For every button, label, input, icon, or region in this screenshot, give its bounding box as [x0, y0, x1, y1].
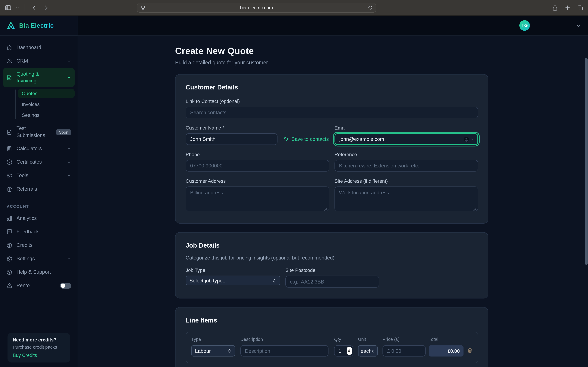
page-icon[interactable]	[141, 5, 146, 10]
job-details-card: Job Details Categorize this job for pric…	[175, 232, 488, 298]
sidebar-subitem-quotes[interactable]: Quotes	[18, 89, 75, 98]
phone-label: Phone	[186, 152, 329, 157]
file-icon	[6, 129, 12, 135]
sidebar-item-tools[interactable]: Tools	[3, 169, 75, 182]
chevron-up-icon	[67, 75, 71, 80]
reload-icon[interactable]	[368, 5, 373, 10]
sidebar-item-crm[interactable]: CRM	[3, 54, 75, 68]
site-postcode-input[interactable]	[285, 275, 379, 287]
gear-icon	[6, 256, 12, 262]
chevron-down-icon	[67, 59, 71, 63]
sidebar-subitem-settings[interactable]: Settings	[18, 111, 75, 120]
dollar-circle-icon	[6, 242, 12, 248]
reference-label: Reference	[334, 152, 478, 157]
job-type-select[interactable]: Select job type...	[186, 275, 280, 285]
line-item-row-container: Type Labour Description	[186, 332, 478, 363]
url-bar[interactable]: bia-electric.com	[137, 3, 376, 13]
item-description-input[interactable]	[240, 345, 329, 357]
avatar[interactable]: TG	[519, 20, 530, 31]
toolbar-chevron-down-icon[interactable]	[15, 6, 19, 10]
new-tab-icon[interactable]	[564, 4, 571, 11]
customer-details-title: Customer Details	[186, 84, 478, 92]
chevron-down-icon	[67, 257, 71, 261]
top-header-bar: TG	[78, 16, 588, 36]
sidebar: Bia Electric Dashboard CRM Quoting & Inv…	[0, 16, 78, 367]
sidebar-item-certificates[interactable]: Certificates	[3, 155, 75, 169]
url-text: bia-electric.com	[137, 5, 376, 10]
file-text-icon	[6, 75, 12, 81]
resize-grip-icon[interactable]	[324, 208, 327, 211]
email-input[interactable]	[334, 133, 478, 145]
item-type-select[interactable]: Labour	[191, 345, 235, 357]
gear-icon	[6, 173, 12, 179]
home-icon	[6, 44, 12, 50]
chevron-down-icon	[67, 160, 71, 164]
sidebar-item-calculators[interactable]: Calculators	[3, 142, 75, 155]
sidebar-toggle-icon[interactable]	[4, 4, 12, 11]
site-address-label: Site Address (if different)	[334, 178, 478, 184]
sidebar-item-help-support[interactable]: Help & Support	[3, 266, 75, 279]
user-plus-icon	[283, 136, 289, 142]
page-subtitle: Build a detailed quote for your customer	[175, 59, 488, 66]
col-header-price: Price (£)	[383, 337, 426, 342]
header-chevron-down-icon[interactable]	[576, 23, 581, 28]
item-total-value: £0.00	[429, 345, 464, 357]
credits-upsell-card: Need more credits? Purchase credit packs…	[8, 333, 70, 362]
brand-header[interactable]: Bia Electric	[0, 16, 78, 36]
job-details-title: Job Details	[186, 242, 478, 250]
credits-card-subtitle: Purchase credit packs	[13, 344, 65, 350]
message-icon	[6, 229, 12, 235]
back-button-icon[interactable]	[31, 4, 37, 11]
delete-item-trash-icon[interactable]	[467, 348, 472, 353]
badge-check-icon	[6, 159, 12, 165]
toolbar-divider	[24, 4, 24, 11]
site-address-textarea[interactable]	[334, 187, 478, 211]
phone-input[interactable]	[186, 160, 329, 172]
col-header-description: Description	[240, 337, 329, 342]
qty-stepper[interactable]	[347, 347, 352, 355]
select-chevrons-icon	[272, 278, 277, 283]
browser-toolbar: bia-electric.com	[0, 0, 588, 16]
save-to-contacts-link[interactable]: Save to contacts	[283, 136, 329, 142]
sidebar-item-credits[interactable]: Credits	[3, 239, 75, 252]
sidebar-item-referrals[interactable]: Referrals	[3, 182, 75, 196]
warning-triangle-icon	[6, 283, 12, 289]
customer-address-textarea[interactable]	[186, 187, 329, 211]
sidebar-item-settings[interactable]: Settings	[3, 252, 75, 266]
item-price-input[interactable]	[383, 345, 426, 357]
calculator-icon	[6, 146, 12, 151]
screen: bia-electric.com	[0, 0, 588, 367]
customer-address-label: Customer Address	[186, 178, 329, 184]
pento-toggle[interactable]	[60, 283, 71, 289]
buy-credits-link[interactable]: Buy Credits	[13, 353, 65, 358]
item-unit-select[interactable]: each	[358, 345, 378, 357]
link-to-contact-label: Link to Contact (optional)	[186, 99, 478, 104]
account-section-label: ACCOUNT	[7, 204, 75, 209]
autofill-contact-icon[interactable]	[463, 136, 474, 142]
sidebar-item-feedback[interactable]: Feedback	[3, 225, 75, 239]
sidebar-item-test-submissions[interactable]: Test Submissions Soon	[3, 122, 75, 142]
sidebar-item-dashboard[interactable]: Dashboard	[3, 41, 75, 54]
email-label: Email	[334, 125, 478, 131]
sidebar-item-quoting-invoicing[interactable]: Quoting & Invoicing	[3, 68, 75, 87]
tab-overview-icon[interactable]	[577, 4, 584, 11]
share-icon[interactable]	[552, 4, 558, 11]
line-items-title: Line Items	[186, 317, 478, 324]
job-type-label: Job Type	[186, 267, 280, 273]
sidebar-item-analytics[interactable]: Analytics	[3, 211, 75, 225]
resize-grip-icon[interactable]	[473, 208, 476, 211]
search-contacts-input[interactable]	[186, 107, 478, 118]
customer-name-label: Customer Name *	[186, 125, 329, 131]
forward-button-icon[interactable]	[43, 4, 49, 11]
col-header-unit: Unit	[358, 337, 378, 342]
reference-input[interactable]	[334, 160, 478, 172]
customer-name-input[interactable]	[186, 133, 277, 145]
sidebar-subitem-invoices[interactable]: Invoices	[18, 100, 75, 109]
toggle-knob	[61, 284, 65, 288]
page-scrollbar[interactable]	[585, 58, 588, 265]
line-items-card: Line Items Type Labour	[175, 307, 488, 367]
col-header-qty: Qty	[334, 337, 353, 342]
sidebar-item-pento[interactable]: Pento	[3, 279, 75, 292]
brand-name: Bia Electric	[19, 22, 54, 29]
col-header-total: Total	[429, 337, 464, 342]
